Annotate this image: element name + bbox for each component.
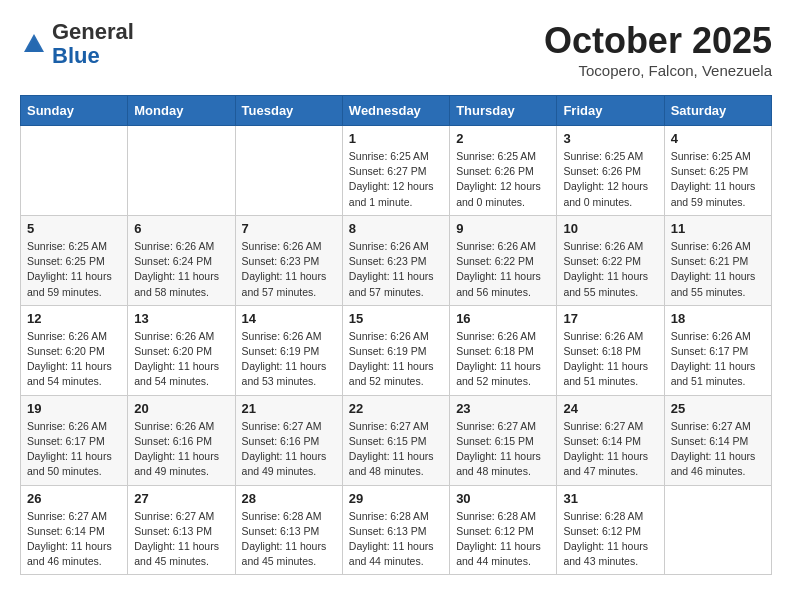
day-number: 29: [349, 491, 443, 506]
calendar-cell: 20Sunrise: 6:26 AMSunset: 6:16 PMDayligh…: [128, 395, 235, 485]
day-number: 6: [134, 221, 228, 236]
calendar-cell: 5Sunrise: 6:25 AMSunset: 6:25 PMDaylight…: [21, 215, 128, 305]
day-info: Sunrise: 6:25 AMSunset: 6:25 PMDaylight:…: [27, 239, 121, 300]
calendar-cell: [21, 126, 128, 216]
day-number: 24: [563, 401, 657, 416]
day-header-saturday: Saturday: [664, 96, 771, 126]
day-number: 28: [242, 491, 336, 506]
day-number: 23: [456, 401, 550, 416]
day-info: Sunrise: 6:26 AMSunset: 6:16 PMDaylight:…: [134, 419, 228, 480]
day-number: 9: [456, 221, 550, 236]
calendar-cell: 14Sunrise: 6:26 AMSunset: 6:19 PMDayligh…: [235, 305, 342, 395]
day-number: 15: [349, 311, 443, 326]
day-number: 8: [349, 221, 443, 236]
day-number: 12: [27, 311, 121, 326]
day-info: Sunrise: 6:27 AMSunset: 6:15 PMDaylight:…: [456, 419, 550, 480]
day-number: 22: [349, 401, 443, 416]
calendar-cell: 9Sunrise: 6:26 AMSunset: 6:22 PMDaylight…: [450, 215, 557, 305]
day-header-monday: Monday: [128, 96, 235, 126]
day-info: Sunrise: 6:28 AMSunset: 6:12 PMDaylight:…: [456, 509, 550, 570]
calendar-cell: 19Sunrise: 6:26 AMSunset: 6:17 PMDayligh…: [21, 395, 128, 485]
day-info: Sunrise: 6:26 AMSunset: 6:24 PMDaylight:…: [134, 239, 228, 300]
calendar-week-3: 12Sunrise: 6:26 AMSunset: 6:20 PMDayligh…: [21, 305, 772, 395]
day-info: Sunrise: 6:26 AMSunset: 6:18 PMDaylight:…: [563, 329, 657, 390]
calendar-cell: 26Sunrise: 6:27 AMSunset: 6:14 PMDayligh…: [21, 485, 128, 575]
day-info: Sunrise: 6:27 AMSunset: 6:14 PMDaylight:…: [671, 419, 765, 480]
day-info: Sunrise: 6:26 AMSunset: 6:21 PMDaylight:…: [671, 239, 765, 300]
day-info: Sunrise: 6:25 AMSunset: 6:26 PMDaylight:…: [563, 149, 657, 210]
day-number: 25: [671, 401, 765, 416]
day-number: 27: [134, 491, 228, 506]
day-number: 4: [671, 131, 765, 146]
day-number: 13: [134, 311, 228, 326]
calendar-cell: 28Sunrise: 6:28 AMSunset: 6:13 PMDayligh…: [235, 485, 342, 575]
calendar-cell: 3Sunrise: 6:25 AMSunset: 6:26 PMDaylight…: [557, 126, 664, 216]
day-number: 30: [456, 491, 550, 506]
calendar-cell: 24Sunrise: 6:27 AMSunset: 6:14 PMDayligh…: [557, 395, 664, 485]
day-header-wednesday: Wednesday: [342, 96, 449, 126]
calendar-week-4: 19Sunrise: 6:26 AMSunset: 6:17 PMDayligh…: [21, 395, 772, 485]
day-info: Sunrise: 6:25 AMSunset: 6:27 PMDaylight:…: [349, 149, 443, 210]
day-number: 11: [671, 221, 765, 236]
day-number: 20: [134, 401, 228, 416]
calendar-cell: [128, 126, 235, 216]
day-number: 2: [456, 131, 550, 146]
calendar-cell: 27Sunrise: 6:27 AMSunset: 6:13 PMDayligh…: [128, 485, 235, 575]
location: Tocopero, Falcon, Venezuela: [544, 62, 772, 79]
calendar-cell: 11Sunrise: 6:26 AMSunset: 6:21 PMDayligh…: [664, 215, 771, 305]
day-info: Sunrise: 6:26 AMSunset: 6:23 PMDaylight:…: [349, 239, 443, 300]
day-info: Sunrise: 6:26 AMSunset: 6:19 PMDaylight:…: [349, 329, 443, 390]
day-number: 1: [349, 131, 443, 146]
day-number: 18: [671, 311, 765, 326]
day-header-thursday: Thursday: [450, 96, 557, 126]
day-number: 21: [242, 401, 336, 416]
day-number: 19: [27, 401, 121, 416]
day-info: Sunrise: 6:28 AMSunset: 6:13 PMDaylight:…: [242, 509, 336, 570]
day-info: Sunrise: 6:26 AMSunset: 6:20 PMDaylight:…: [27, 329, 121, 390]
calendar-body: 1Sunrise: 6:25 AMSunset: 6:27 PMDaylight…: [21, 126, 772, 575]
day-info: Sunrise: 6:26 AMSunset: 6:18 PMDaylight:…: [456, 329, 550, 390]
day-number: 5: [27, 221, 121, 236]
page-header: General Blue October 2025 Tocopero, Falc…: [20, 20, 772, 79]
calendar-week-1: 1Sunrise: 6:25 AMSunset: 6:27 PMDaylight…: [21, 126, 772, 216]
calendar-cell: 15Sunrise: 6:26 AMSunset: 6:19 PMDayligh…: [342, 305, 449, 395]
logo-icon: [20, 30, 48, 58]
day-header-sunday: Sunday: [21, 96, 128, 126]
calendar-week-2: 5Sunrise: 6:25 AMSunset: 6:25 PMDaylight…: [21, 215, 772, 305]
calendar-cell: 6Sunrise: 6:26 AMSunset: 6:24 PMDaylight…: [128, 215, 235, 305]
day-number: 7: [242, 221, 336, 236]
calendar-cell: 8Sunrise: 6:26 AMSunset: 6:23 PMDaylight…: [342, 215, 449, 305]
calendar-cell: [235, 126, 342, 216]
calendar-cell: 10Sunrise: 6:26 AMSunset: 6:22 PMDayligh…: [557, 215, 664, 305]
calendar-cell: 16Sunrise: 6:26 AMSunset: 6:18 PMDayligh…: [450, 305, 557, 395]
calendar-cell: 21Sunrise: 6:27 AMSunset: 6:16 PMDayligh…: [235, 395, 342, 485]
calendar-header-row: SundayMondayTuesdayWednesdayThursdayFrid…: [21, 96, 772, 126]
logo-text: General Blue: [52, 20, 134, 68]
calendar-cell: 2Sunrise: 6:25 AMSunset: 6:26 PMDaylight…: [450, 126, 557, 216]
day-info: Sunrise: 6:26 AMSunset: 6:17 PMDaylight:…: [27, 419, 121, 480]
calendar-cell: 23Sunrise: 6:27 AMSunset: 6:15 PMDayligh…: [450, 395, 557, 485]
day-number: 26: [27, 491, 121, 506]
calendar-cell: 17Sunrise: 6:26 AMSunset: 6:18 PMDayligh…: [557, 305, 664, 395]
day-info: Sunrise: 6:26 AMSunset: 6:20 PMDaylight:…: [134, 329, 228, 390]
calendar-cell: 30Sunrise: 6:28 AMSunset: 6:12 PMDayligh…: [450, 485, 557, 575]
title-block: October 2025 Tocopero, Falcon, Venezuela: [544, 20, 772, 79]
day-header-friday: Friday: [557, 96, 664, 126]
day-info: Sunrise: 6:27 AMSunset: 6:14 PMDaylight:…: [27, 509, 121, 570]
day-info: Sunrise: 6:27 AMSunset: 6:16 PMDaylight:…: [242, 419, 336, 480]
calendar-cell: 25Sunrise: 6:27 AMSunset: 6:14 PMDayligh…: [664, 395, 771, 485]
day-info: Sunrise: 6:27 AMSunset: 6:13 PMDaylight:…: [134, 509, 228, 570]
calendar-cell: 18Sunrise: 6:26 AMSunset: 6:17 PMDayligh…: [664, 305, 771, 395]
calendar-table: SundayMondayTuesdayWednesdayThursdayFrid…: [20, 95, 772, 575]
calendar-week-5: 26Sunrise: 6:27 AMSunset: 6:14 PMDayligh…: [21, 485, 772, 575]
day-number: 14: [242, 311, 336, 326]
calendar-cell: 31Sunrise: 6:28 AMSunset: 6:12 PMDayligh…: [557, 485, 664, 575]
day-info: Sunrise: 6:25 AMSunset: 6:26 PMDaylight:…: [456, 149, 550, 210]
logo: General Blue: [20, 20, 134, 68]
calendar-cell: 4Sunrise: 6:25 AMSunset: 6:25 PMDaylight…: [664, 126, 771, 216]
calendar-cell: 12Sunrise: 6:26 AMSunset: 6:20 PMDayligh…: [21, 305, 128, 395]
day-info: Sunrise: 6:26 AMSunset: 6:17 PMDaylight:…: [671, 329, 765, 390]
day-info: Sunrise: 6:28 AMSunset: 6:12 PMDaylight:…: [563, 509, 657, 570]
day-info: Sunrise: 6:27 AMSunset: 6:14 PMDaylight:…: [563, 419, 657, 480]
day-info: Sunrise: 6:26 AMSunset: 6:22 PMDaylight:…: [456, 239, 550, 300]
